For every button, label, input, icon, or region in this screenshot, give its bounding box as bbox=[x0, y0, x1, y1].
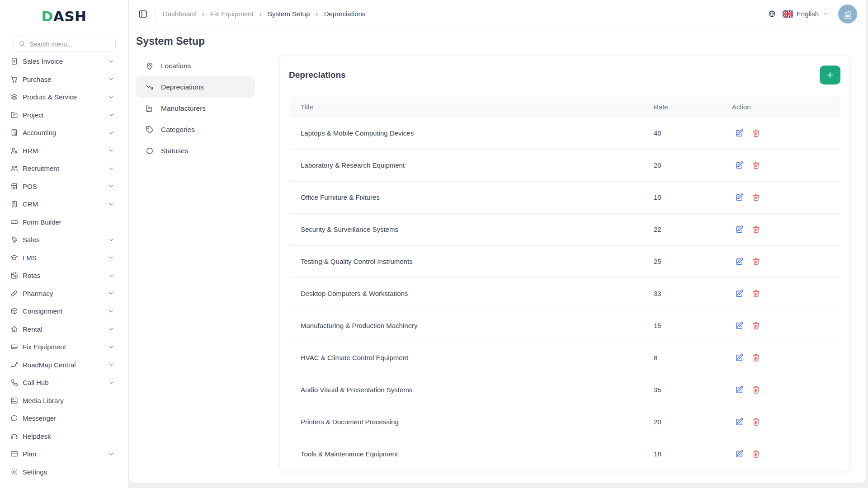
chevron-down-icon bbox=[108, 112, 114, 118]
breadcrumb-system-setup[interactable]: System Setup bbox=[268, 10, 310, 18]
add-depreciation-button[interactable] bbox=[820, 66, 840, 84]
trash-icon bbox=[751, 321, 761, 330]
store-icon bbox=[10, 182, 19, 191]
breadcrumb-separator-icon: › bbox=[202, 10, 204, 18]
chevron-down-icon bbox=[108, 451, 114, 457]
sidebar-item-lms[interactable]: LMS bbox=[7, 249, 121, 267]
delete-button[interactable] bbox=[751, 449, 761, 459]
tab-depreciations[interactable]: Depreciations bbox=[136, 76, 255, 98]
edit-button[interactable] bbox=[735, 289, 745, 299]
edit-button[interactable] bbox=[735, 321, 745, 331]
route-icon bbox=[10, 361, 19, 369]
delete-button[interactable] bbox=[751, 289, 761, 299]
page-title: System Setup bbox=[136, 34, 850, 48]
edit-button[interactable] bbox=[735, 385, 745, 395]
sidebar-item-pharmacy[interactable]: Pharmacy bbox=[7, 285, 121, 303]
sidebar-item-messenger[interactable]: Messenger bbox=[7, 409, 121, 427]
edit-button[interactable] bbox=[735, 225, 745, 235]
chevron-down-icon bbox=[108, 308, 114, 314]
breadcrumb-separator-icon: › bbox=[259, 10, 262, 18]
delete-button[interactable] bbox=[751, 192, 761, 202]
delete-button[interactable] bbox=[751, 321, 761, 331]
delete-button[interactable] bbox=[751, 417, 761, 427]
tab-categories[interactable]: Categories bbox=[136, 119, 255, 140]
sidebar-item-media-library[interactable]: Media Library bbox=[7, 392, 121, 410]
sidebar-toggle-icon[interactable] bbox=[137, 8, 149, 20]
sidebar-item-helpdesk[interactable]: Helpdesk bbox=[7, 427, 121, 446]
edit-button[interactable] bbox=[735, 417, 745, 427]
image-icon bbox=[10, 396, 19, 405]
delete-button[interactable] bbox=[751, 257, 761, 267]
depreciations-card: Depreciations Title Rate Action Laptops … bbox=[279, 55, 850, 471]
breadcrumb-separator-icon: › bbox=[316, 10, 318, 18]
delete-button[interactable] bbox=[751, 128, 761, 138]
sidebar-item-purchase[interactable]: Purchase bbox=[7, 70, 121, 89]
edit-icon bbox=[735, 353, 745, 362]
delete-button[interactable] bbox=[751, 385, 761, 395]
sidebar-item-roadmap-central[interactable]: RoadMap Central bbox=[7, 356, 121, 374]
sidebar-item-accounting[interactable]: Accounting bbox=[7, 124, 121, 142]
breadcrumb-fix-equipment[interactable]: Fix Equipment bbox=[210, 10, 254, 18]
table-row: Tools & Maintenance Equipment 18 bbox=[289, 438, 840, 470]
breadcrumb-dashboard[interactable]: Dashboard bbox=[163, 10, 196, 18]
table-row: Audio Visual & Presentation Systems 35 bbox=[289, 374, 840, 406]
sidebar-nav: $ Sales Invoice Purchase Product & Servi… bbox=[0, 52, 128, 481]
chevron-down-icon bbox=[108, 254, 114, 261]
edit-button[interactable] bbox=[735, 160, 745, 170]
sidebar-item-fix-equipment[interactable]: Fix Equipment bbox=[7, 338, 121, 356]
sidebar-item-call-hub[interactable]: Call Hub bbox=[7, 374, 121, 392]
search-input[interactable] bbox=[14, 37, 116, 52]
language-selector[interactable]: English bbox=[783, 10, 828, 18]
chevron-down-icon bbox=[108, 344, 114, 350]
sidebar-item-rotas[interactable]: Rotas bbox=[7, 267, 121, 285]
edit-button[interactable] bbox=[735, 192, 745, 202]
sidebar-item-rental[interactable]: Rental bbox=[7, 320, 121, 338]
edit-button[interactable] bbox=[735, 353, 745, 363]
delete-button[interactable] bbox=[751, 353, 761, 363]
edit-icon bbox=[735, 257, 745, 266]
trash-icon bbox=[751, 128, 761, 138]
delete-button[interactable] bbox=[751, 160, 761, 170]
delete-button[interactable] bbox=[751, 225, 761, 235]
topbar-divider bbox=[155, 9, 156, 19]
column-header-action: Action bbox=[732, 97, 840, 117]
column-header-title: Title bbox=[289, 97, 654, 117]
sidebar-item-plan[interactable]: Plan bbox=[7, 445, 121, 463]
map-pin-icon bbox=[145, 61, 154, 70]
sidebar-item-hrm[interactable]: HRM bbox=[7, 142, 121, 160]
edit-button[interactable] bbox=[735, 128, 745, 138]
sidebar-item-form-builder[interactable]: Form Builder bbox=[7, 213, 121, 231]
sidebar-item-recruitment[interactable]: Recruitment bbox=[7, 160, 121, 178]
sidebar-search bbox=[14, 37, 115, 52]
phone-icon bbox=[10, 378, 19, 387]
sidebar-item-crm[interactable]: CRM bbox=[7, 195, 121, 213]
sidebar-item-settings[interactable]: Settings bbox=[7, 463, 121, 481]
form-icon bbox=[10, 218, 19, 226]
sidebar-item-product-service[interactable]: Product & Service bbox=[7, 88, 121, 106]
headset-icon bbox=[10, 432, 19, 441]
sidebar-item-consignment[interactable]: Consignment bbox=[7, 302, 121, 320]
tab-manufacturers[interactable]: Manufacturers bbox=[136, 98, 255, 119]
avatar[interactable] bbox=[838, 5, 857, 23]
chevron-down-icon bbox=[108, 272, 114, 279]
chevron-down-icon bbox=[108, 326, 114, 332]
user-gear-icon bbox=[10, 146, 19, 155]
sidebar-item-sales[interactable]: Sales bbox=[7, 231, 121, 249]
tab-statuses[interactable]: Statuses bbox=[136, 140, 255, 161]
sidebar-item-pos[interactable]: POS bbox=[7, 178, 121, 196]
tab-locations[interactable]: Locations bbox=[136, 55, 255, 76]
trending-down-icon bbox=[145, 83, 154, 92]
app-logo: DASH bbox=[0, 0, 128, 25]
globe-icon[interactable] bbox=[768, 9, 776, 18]
sidebar-item-sales-invoice[interactable]: $ Sales Invoice bbox=[7, 52, 121, 70]
sidebar-item-project[interactable]: Project bbox=[7, 106, 121, 124]
edit-button[interactable] bbox=[735, 257, 745, 267]
trash-icon bbox=[751, 385, 761, 394]
edit-icon bbox=[735, 321, 745, 330]
chevron-down-icon bbox=[822, 11, 828, 17]
edit-button[interactable] bbox=[735, 449, 745, 459]
breadcrumb-depreciations: Depreciations bbox=[324, 10, 366, 18]
calculator-icon bbox=[10, 128, 19, 137]
factory-icon bbox=[145, 104, 154, 113]
edit-icon bbox=[735, 417, 745, 427]
